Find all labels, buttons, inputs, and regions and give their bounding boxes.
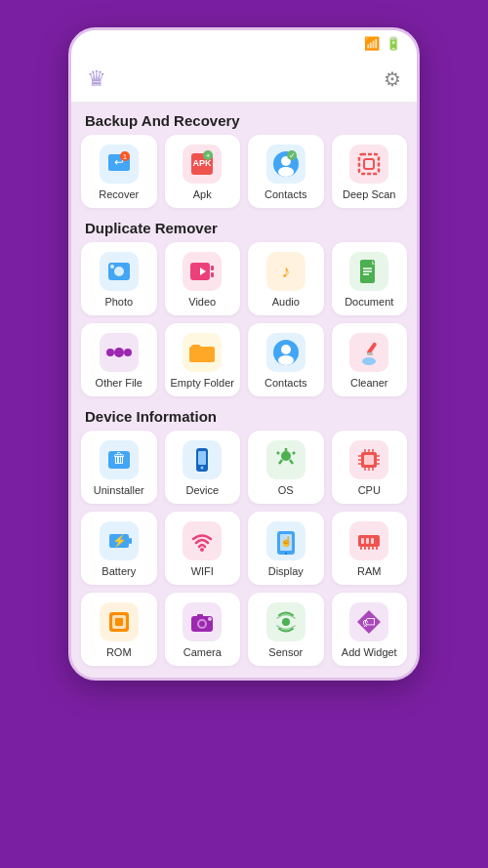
svg-text:+: + xyxy=(206,151,211,160)
svg-line-47 xyxy=(279,460,282,464)
recover-label: Recover xyxy=(99,188,139,200)
audio-icon: ♪ xyxy=(266,252,305,291)
os-icon xyxy=(266,440,305,479)
wifi-icon xyxy=(183,521,222,560)
status-icons: 📶 🔋 xyxy=(364,36,401,51)
display-icon: ☝ xyxy=(266,521,305,560)
grid-item-other-file[interactable]: Other File xyxy=(81,323,157,396)
svg-rect-79 xyxy=(376,547,378,550)
rom-label: ROM xyxy=(106,646,132,658)
grid-item-camera[interactable]: Camera xyxy=(165,593,241,666)
phone-frame: 📶 🔋 ♛ ⚙ Backup And Recovery↩1RecoverAPK+… xyxy=(68,27,420,681)
grid-backup: ↩1RecoverAPK+Apk✓ContactsDeep Scan xyxy=(81,135,407,208)
grid-item-os[interactable]: OS xyxy=(248,431,324,504)
svg-point-33 xyxy=(281,345,291,354)
grid-item-sensor[interactable]: Sensor xyxy=(248,593,324,666)
contacts-dup-label: Contacts xyxy=(264,377,306,389)
add-widget-label: Add Widget xyxy=(342,646,397,658)
grid-item-uninstaller[interactable]: 🗑Uninstaller xyxy=(81,431,157,504)
svg-point-66 xyxy=(200,548,204,552)
grid-item-deep-scan[interactable]: Deep Scan xyxy=(332,135,408,208)
grid-item-apk[interactable]: APK+Apk xyxy=(165,135,241,208)
battery-label: Battery xyxy=(102,565,136,577)
svg-rect-74 xyxy=(371,538,374,544)
grid-item-display[interactable]: ☝Display xyxy=(248,512,324,585)
audio-label: Audio xyxy=(272,296,300,308)
photo-icon xyxy=(100,252,139,291)
svg-rect-50 xyxy=(364,455,374,465)
svg-rect-21 xyxy=(211,272,214,277)
grid-item-rom[interactable]: ROM xyxy=(81,593,157,666)
svg-rect-64 xyxy=(129,538,132,544)
svg-line-48 xyxy=(290,460,293,464)
svg-rect-72 xyxy=(361,538,364,544)
svg-text:🗑: 🗑 xyxy=(112,450,126,466)
sensor-icon xyxy=(266,602,305,641)
wifi-label: WIFI xyxy=(191,565,214,577)
svg-point-88 xyxy=(282,618,290,626)
svg-point-37 xyxy=(362,357,376,365)
photo-label: Photo xyxy=(104,296,133,308)
svg-rect-78 xyxy=(372,547,374,550)
video-label: Video xyxy=(188,296,216,308)
svg-rect-41 xyxy=(198,451,206,465)
svg-text:✓: ✓ xyxy=(288,151,295,160)
cpu-label: CPU xyxy=(358,484,381,496)
deep-scan-label: Deep Scan xyxy=(343,188,395,200)
svg-text:1: 1 xyxy=(123,152,128,161)
contacts-backup-label: Contacts xyxy=(264,188,306,200)
grid-item-contacts-backup[interactable]: ✓Contacts xyxy=(248,135,324,208)
svg-rect-14 xyxy=(364,159,374,169)
other-file-label: Other File xyxy=(96,377,142,389)
svg-rect-20 xyxy=(211,266,214,270)
device-icon xyxy=(183,440,222,479)
battery-status-icon: 🔋 xyxy=(386,36,401,51)
grid-item-cpu[interactable]: CPU xyxy=(332,431,408,504)
scroll-area: Backup And Recovery↩1RecoverAPK+Apk✓Cont… xyxy=(71,103,417,678)
grid-item-audio[interactable]: ♪Audio xyxy=(248,242,324,315)
svg-point-34 xyxy=(278,355,294,365)
grid-item-ram[interactable]: RAM xyxy=(332,512,408,585)
grid-item-photo[interactable]: Photo xyxy=(81,242,157,315)
grid-item-empty-folder[interactable]: Empty Folder xyxy=(165,323,241,396)
svg-rect-86 xyxy=(197,614,203,618)
battery-icon: ⚡ xyxy=(100,521,139,560)
grid-item-device[interactable]: Device xyxy=(165,431,241,504)
sensor-label: Sensor xyxy=(268,646,303,658)
empty-folder-icon xyxy=(183,333,222,372)
grid-item-document[interactable]: Document xyxy=(332,242,408,315)
grid-item-add-widget[interactable]: 🏷Add Widget xyxy=(332,593,408,666)
display-label: Display xyxy=(268,565,304,577)
svg-point-10 xyxy=(278,167,294,177)
grid-item-cleaner[interactable]: Cleaner xyxy=(332,323,408,396)
svg-rect-76 xyxy=(364,547,366,550)
svg-rect-36 xyxy=(367,352,373,355)
svg-text:⚡: ⚡ xyxy=(111,533,126,548)
svg-point-42 xyxy=(201,467,204,470)
grid-item-video[interactable]: Video xyxy=(165,242,241,315)
grid-device: 🗑UninstallerDeviceOSCPU⚡BatteryWIFI☝Disp… xyxy=(81,431,407,666)
grid-item-battery[interactable]: ⚡Battery xyxy=(81,512,157,585)
uninstaller-label: Uninstaller xyxy=(94,484,144,496)
svg-point-31 xyxy=(124,349,132,356)
contacts-dup-icon xyxy=(266,333,305,372)
document-icon xyxy=(349,252,388,291)
grid-item-wifi[interactable]: WIFI xyxy=(165,512,241,585)
section-title-device: Device Information xyxy=(81,398,407,431)
svg-rect-13 xyxy=(359,154,379,174)
wifi-status-icon: 📶 xyxy=(364,36,380,51)
cpu-icon xyxy=(349,440,388,479)
svg-line-45 xyxy=(277,452,279,454)
apk-label: Apk xyxy=(193,188,212,200)
svg-point-17 xyxy=(110,265,114,269)
grid-item-contacts-dup[interactable]: Contacts xyxy=(248,323,324,396)
app-header: ♛ ⚙ xyxy=(71,57,417,103)
svg-rect-77 xyxy=(368,547,370,550)
document-label: Document xyxy=(345,296,393,308)
settings-icon[interactable]: ⚙ xyxy=(384,67,401,91)
grid-item-recover[interactable]: ↩1Recover xyxy=(81,135,157,208)
svg-point-43 xyxy=(281,451,291,461)
svg-point-69 xyxy=(285,553,287,555)
device-label: Device xyxy=(185,484,219,496)
uninstaller-icon: 🗑 xyxy=(100,440,139,479)
